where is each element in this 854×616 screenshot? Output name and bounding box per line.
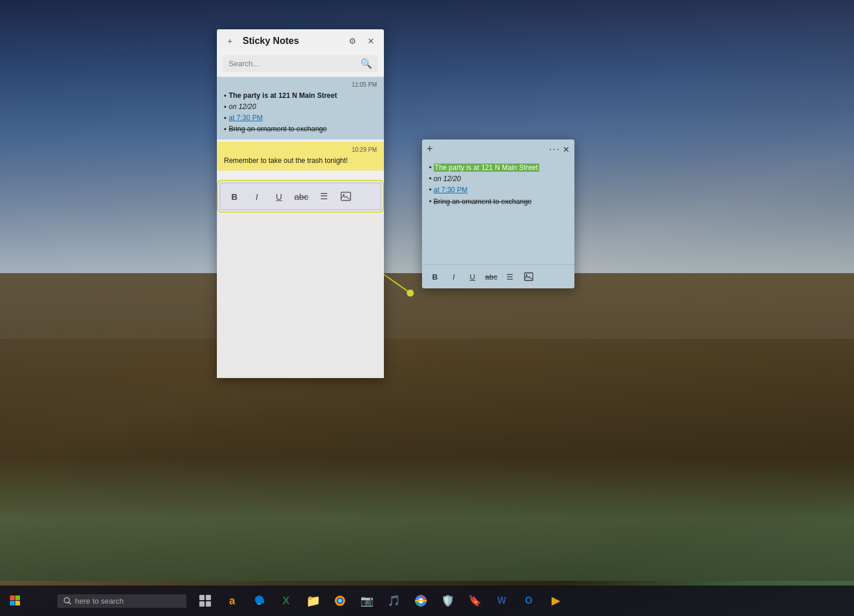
close-button[interactable]: ✕	[364, 34, 378, 48]
svg-rect-8	[10, 601, 15, 605]
svg-point-3	[343, 194, 345, 196]
svg-rect-12	[199, 595, 205, 600]
titlebar-controls: ⚙ ✕	[345, 34, 378, 48]
note-card-yellow[interactable]: 10:29 PM Remember to take out the trash …	[217, 142, 384, 171]
note-window-toolbar: B I U abc ☰	[422, 264, 574, 288]
settings-button[interactable]: ⚙	[345, 34, 359, 48]
chrome-icon[interactable]	[408, 588, 434, 614]
taskbar-search[interactable]: here to search	[57, 594, 186, 608]
note-window-close-button[interactable]: ✕	[563, 145, 570, 154]
sticky-note-window: + ··· ✕ • The party is at 121 N Main Str…	[422, 139, 574, 288]
taskbar: here to search a X �	[0, 586, 854, 616]
bold-button[interactable]: B	[225, 187, 244, 206]
firefox-icon[interactable]	[327, 588, 353, 614]
note-window-more-button[interactable]: ···	[549, 144, 560, 155]
note1-content: • The party is at 121 N Main Street • on…	[224, 90, 377, 135]
search-bar: 🔍	[223, 55, 378, 72]
svg-point-5	[526, 274, 528, 276]
note-win-line4: • Bring an ornament to exchange	[429, 196, 567, 207]
svg-rect-9	[15, 601, 20, 605]
amazon-icon[interactable]: a	[219, 588, 245, 614]
edge-icon[interactable]	[246, 588, 272, 614]
underline-button[interactable]: U	[270, 187, 288, 206]
taskbar-icons: a X 📁 📷 🎵	[192, 588, 569, 614]
svg-point-18	[338, 599, 342, 603]
svg-rect-15	[206, 601, 211, 607]
list-button[interactable]: ☰	[314, 187, 333, 206]
notes-list: 11:05 PM • The party is at 121 N Main St…	[217, 77, 384, 179]
note-win-italic-button[interactable]: I	[445, 268, 462, 285]
note2-time: 10:29 PM	[224, 147, 377, 153]
svg-rect-6	[10, 595, 15, 600]
sticky-notes-main-window: + Sticky Notes ⚙ ✕ 🔍 11:05 PM • The part…	[217, 29, 384, 378]
excel-icon[interactable]: X	[273, 588, 299, 614]
svg-point-10	[64, 598, 70, 603]
note1-line3: • at 7:30 PM	[224, 113, 377, 124]
search-input[interactable]	[229, 59, 360, 68]
note-win-line2: • on 12/20	[429, 173, 567, 185]
notes-empty-area	[217, 214, 384, 378]
note-window-titlebar: + ··· ✕	[422, 139, 574, 159]
note1-line2: • on 12/20	[224, 101, 377, 113]
note-win-strikethrough-button[interactable]: abc	[483, 268, 499, 285]
note-win-image-button[interactable]	[520, 268, 537, 285]
bookmark-icon[interactable]: 🔖	[462, 588, 488, 614]
ground-overlay	[0, 273, 854, 581]
vpn-icon[interactable]: 🛡️	[435, 588, 461, 614]
music-icon[interactable]: 🎵	[381, 588, 407, 614]
titlebar-left: + Sticky Notes	[223, 34, 299, 48]
note-win-underline-button[interactable]: U	[464, 268, 481, 285]
word-icon[interactable]: W	[489, 588, 515, 614]
file-explorer-icon[interactable]: 📁	[300, 588, 326, 614]
outlook-icon[interactable]: O	[516, 588, 542, 614]
italic-button[interactable]: I	[247, 187, 266, 206]
strikethrough-button[interactable]: abc	[292, 187, 311, 206]
search-icon[interactable]: 🔍	[360, 58, 372, 69]
note1-time: 11:05 PM	[224, 81, 377, 88]
window-title: Sticky Notes	[243, 36, 299, 46]
image-button[interactable]	[336, 187, 355, 206]
note-window-add-button[interactable]: +	[427, 143, 433, 155]
add-note-button[interactable]: +	[223, 34, 237, 48]
main-window-titlebar: + Sticky Notes ⚙ ✕	[217, 29, 384, 53]
note-card-blue[interactable]: 11:05 PM • The party is at 121 N Main St…	[217, 77, 384, 139]
svg-rect-7	[15, 595, 20, 600]
note-window-content: • The party is at 121 N Main Street • on…	[422, 159, 574, 264]
note1-line4: • Bring an ornament to exchange	[224, 124, 377, 135]
note-win-list-button[interactable]: ☰	[502, 268, 518, 285]
start-button[interactable]	[2, 586, 28, 616]
note2-content: Remember to take out the trash tonight!	[224, 155, 377, 166]
formatting-toolbar: B I U abc ☰	[219, 182, 382, 210]
note1-line1: • The party is at 121 N Main Street	[224, 90, 377, 101]
taskbar-search-placeholder: here to search	[75, 597, 124, 605]
svg-rect-13	[206, 595, 211, 600]
camera-icon[interactable]: 📷	[354, 588, 380, 614]
note-win-line3: • at 7:30 PM	[429, 185, 567, 196]
plex-icon[interactable]: ▶	[543, 588, 569, 614]
task-view-button[interactable]	[192, 588, 218, 614]
svg-rect-14	[199, 601, 205, 607]
svg-line-11	[69, 603, 72, 605]
note-win-bold-button[interactable]: B	[427, 268, 443, 285]
note-win-line1: • The party is at 121 N Main Street	[429, 162, 567, 173]
